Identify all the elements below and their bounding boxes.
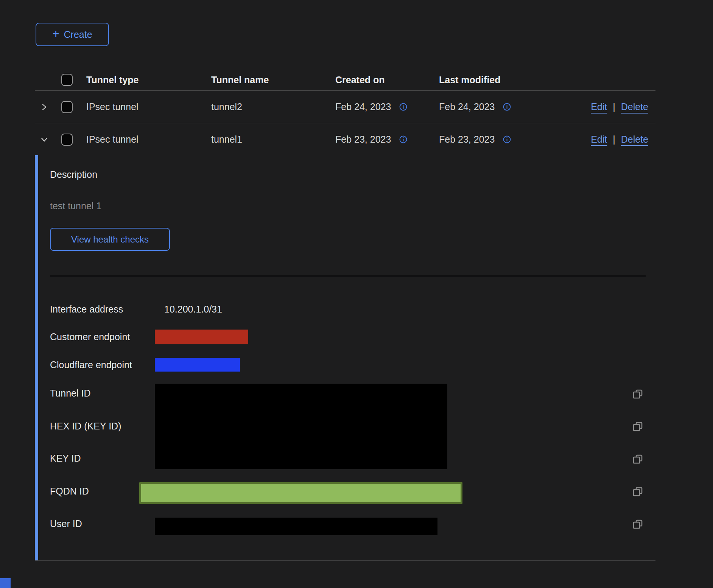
last-modified-value: Feb 24, 2023 (439, 101, 495, 112)
copy-icon[interactable] (631, 518, 644, 531)
tunnel-details-panel: Description test tunnel 1 View health ch… (35, 156, 655, 561)
tunnels-table: Tunnel type Tunnel name Created on Last … (35, 69, 655, 561)
tunnel-id-redaction (155, 384, 447, 469)
copy-icon[interactable] (631, 421, 644, 434)
copy-icon[interactable] (631, 388, 644, 401)
hex-id-label: HEX ID (KEY ID) (50, 421, 121, 432)
actions-separator: | (613, 101, 615, 112)
plus-icon: + (52, 28, 59, 40)
info-icon[interactable] (399, 135, 407, 143)
info-icon[interactable] (399, 103, 407, 111)
customer-endpoint-label: Customer endpoint (50, 331, 130, 342)
chevron-down-icon[interactable] (40, 135, 48, 144)
select-all-checkbox[interactable] (61, 74, 73, 86)
corner-accent-strip (0, 578, 11, 588)
customer-endpoint-redaction (155, 330, 248, 344)
copy-icon[interactable] (631, 453, 644, 466)
column-header-tunnel-name: Tunnel name (211, 75, 335, 86)
interface-address-label: Interface address (50, 304, 123, 315)
ipsec-tunnels-page: + Create Tunnel type Tunnel name Created… (0, 0, 713, 588)
table-row: IPsec tunnel tunnel1 Feb 23, 2023 Feb 23… (35, 123, 655, 156)
row-checkbox[interactable] (61, 134, 73, 146)
cloudflare-endpoint-redaction (155, 358, 240, 372)
column-header-last-modified: Last modified (439, 75, 556, 86)
chevron-right-icon[interactable] (40, 103, 48, 111)
last-modified-value: Feb 23, 2023 (439, 134, 495, 145)
info-icon[interactable] (503, 103, 511, 111)
user-id-redaction (155, 518, 437, 535)
column-header-created-on: Created on (335, 75, 439, 86)
details-divider (50, 276, 646, 276)
user-id-label: User ID (50, 518, 82, 529)
created-on-value: Feb 23, 2023 (335, 134, 391, 145)
tunnel-type-value: IPsec tunnel (86, 134, 211, 145)
description-value: test tunnel 1 (50, 201, 101, 212)
fqdn-id-redaction (139, 482, 462, 504)
view-health-checks-button[interactable]: View health checks (50, 228, 170, 251)
actions-separator: | (613, 134, 615, 145)
cloudflare-endpoint-label: Cloudflare endpoint (50, 359, 132, 370)
table-row: IPsec tunnel tunnel2 Feb 24, 2023 Feb 24… (35, 91, 655, 123)
edit-link[interactable]: Edit (591, 134, 607, 145)
description-label: Description (50, 169, 97, 180)
delete-link[interactable]: Delete (621, 101, 648, 112)
column-header-tunnel-type: Tunnel type (86, 75, 211, 86)
expanded-row-indicator-bar (35, 155, 38, 560)
info-icon[interactable] (503, 135, 511, 143)
copy-icon[interactable] (631, 486, 644, 499)
tunnel-name-value: tunnel1 (211, 134, 335, 145)
table-header-row: Tunnel type Tunnel name Created on Last … (35, 69, 655, 91)
create-button[interactable]: + Create (36, 23, 109, 46)
interface-address-value: 10.200.1.0/31 (164, 304, 222, 315)
create-button-label: Create (64, 29, 92, 40)
delete-link[interactable]: Delete (621, 134, 648, 145)
tunnel-type-value: IPsec tunnel (86, 101, 211, 112)
tunnel-name-value: tunnel2 (211, 101, 335, 112)
tunnel-id-label: Tunnel ID (50, 388, 90, 399)
row-checkbox[interactable] (61, 101, 73, 113)
created-on-value: Feb 24, 2023 (335, 101, 391, 112)
edit-link[interactable]: Edit (591, 101, 607, 112)
fqdn-id-label: FQDN ID (50, 486, 89, 497)
key-id-label: KEY ID (50, 453, 81, 464)
